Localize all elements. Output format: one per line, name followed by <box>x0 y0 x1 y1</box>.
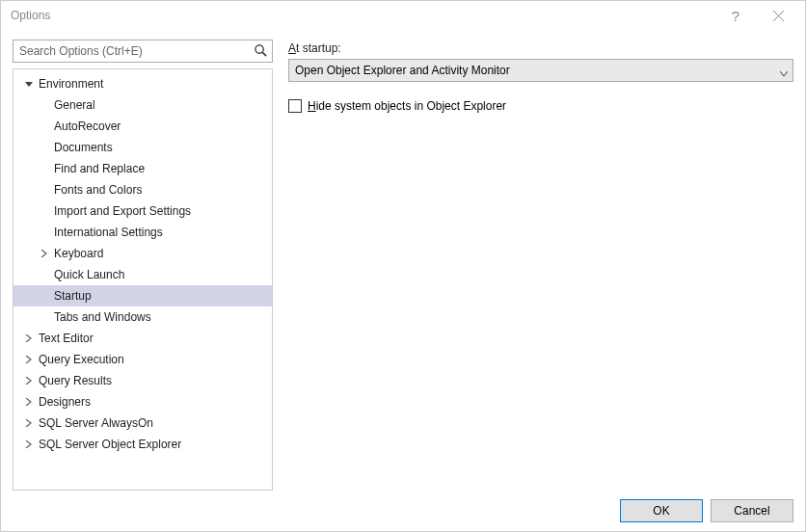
window-title: Options <box>11 9 716 22</box>
window-titlebar: Options ? <box>1 1 805 30</box>
close-button[interactable] <box>759 2 797 29</box>
dialog-content: Environment General AutoRecover Document… <box>1 30 805 491</box>
tree-item-international[interactable]: International Settings <box>13 222 272 243</box>
tree-item-import-export[interactable]: Import and Export Settings <box>13 200 272 222</box>
tree-label: SQL Server Object Explorer <box>37 438 181 451</box>
tree-item-startup[interactable]: Startup <box>13 285 272 306</box>
hide-system-objects-checkbox[interactable] <box>288 99 302 113</box>
search-wrap <box>13 40 273 63</box>
tree-item-sql-alwayson[interactable]: SQL Server AlwaysOn <box>13 412 272 434</box>
tree-label: Designers <box>37 395 91 409</box>
search-input[interactable] <box>13 40 273 63</box>
startup-select-wrap: Open Object Explorer and Activity Monito… <box>288 59 793 82</box>
chevron-right-icon <box>23 398 35 406</box>
chevron-right-icon <box>23 334 35 342</box>
chevron-right-icon <box>23 356 35 363</box>
tree-label: International Settings <box>52 226 163 239</box>
startup-select-value: Open Object Explorer and Activity Monito… <box>295 64 510 77</box>
tree-label: Text Editor <box>37 332 94 345</box>
tree-item-fonts-colors[interactable]: Fonts and Colors <box>13 179 272 200</box>
tree-label: Query Execution <box>37 353 124 366</box>
tree-label: Fonts and Colors <box>52 183 142 197</box>
tree-item-sql-object-explorer[interactable]: SQL Server Object Explorer <box>13 434 272 455</box>
chevron-right-icon <box>39 250 50 257</box>
tree-item-designers[interactable]: Designers <box>13 391 272 412</box>
right-pane: At startup: Open Object Explorer and Act… <box>273 40 793 491</box>
chevron-right-icon <box>23 419 35 427</box>
chevron-right-icon <box>23 377 35 385</box>
tree-item-find-replace[interactable]: Find and Replace <box>13 158 272 179</box>
startup-select[interactable]: Open Object Explorer and Activity Monito… <box>288 59 793 82</box>
tree-item-quick-launch[interactable]: Quick Launch <box>13 264 272 285</box>
cancel-button[interactable]: Cancel <box>711 499 793 522</box>
tree-label: Environment <box>37 77 103 91</box>
tree-label: General <box>52 98 95 112</box>
tree-item-autorecover[interactable]: AutoRecover <box>13 116 272 137</box>
ok-button[interactable]: OK <box>620 499 703 522</box>
hide-system-objects-row: Hide system objects in Object Explorer <box>288 99 793 113</box>
chevron-down-icon <box>23 80 35 88</box>
tree-label: Keyboard <box>52 247 103 260</box>
tree-label: Query Results <box>37 374 112 387</box>
tree-item-tabs-windows[interactable]: Tabs and Windows <box>13 306 272 328</box>
tree-label: Tabs and Windows <box>52 310 151 324</box>
tree-label: AutoRecover <box>52 120 121 133</box>
tree-item-query-execution[interactable]: Query Execution <box>13 349 272 370</box>
tree-item-general[interactable]: General <box>13 94 272 116</box>
help-button[interactable]: ? <box>716 2 755 29</box>
tree-item-text-editor[interactable]: Text Editor <box>13 328 272 349</box>
dialog-footer: OK Cancel <box>1 491 805 531</box>
tree-item-query-results[interactable]: Query Results <box>13 370 272 391</box>
tree-label: Find and Replace <box>52 162 145 175</box>
left-pane: Environment General AutoRecover Document… <box>13 40 273 491</box>
tree-item-keyboard[interactable]: Keyboard <box>13 243 272 264</box>
options-tree[interactable]: Environment General AutoRecover Document… <box>13 68 273 491</box>
tree-label: Documents <box>52 141 113 154</box>
tree-item-documents[interactable]: Documents <box>13 137 272 158</box>
tree-item-environment[interactable]: Environment <box>13 73 272 94</box>
chevron-right-icon <box>23 440 35 448</box>
hide-system-objects-label[interactable]: Hide system objects in Object Explorer <box>308 99 506 113</box>
startup-label: At startup: <box>288 41 793 55</box>
close-icon <box>773 11 784 21</box>
tree-label: Import and Export Settings <box>52 204 191 218</box>
tree-label: SQL Server AlwaysOn <box>37 416 153 430</box>
tree-label: Startup <box>52 289 92 303</box>
tree-label: Quick Launch <box>52 268 124 281</box>
